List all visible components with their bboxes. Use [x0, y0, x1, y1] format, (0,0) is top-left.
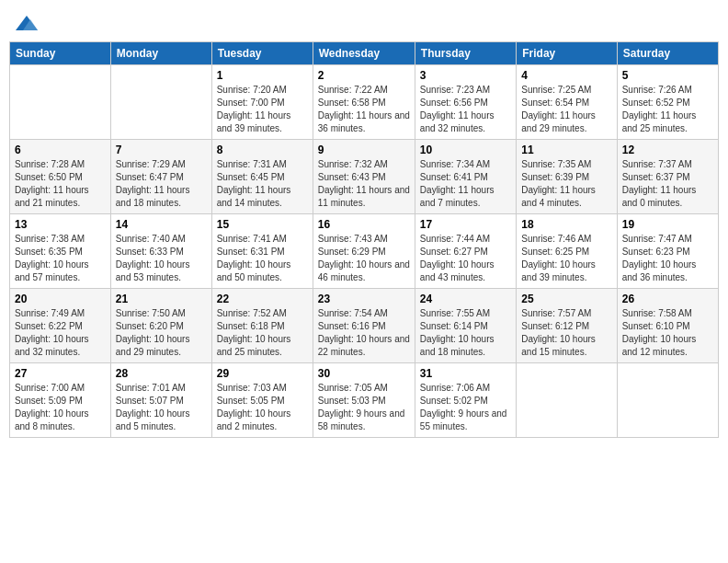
calendar-cell: 25Sunrise: 7:57 AM Sunset: 6:12 PM Dayli…	[517, 289, 617, 363]
weekday-header-tuesday: Tuesday	[211, 42, 313, 65]
day-number: 16	[318, 218, 410, 231]
calendar-cell: 14Sunrise: 7:40 AM Sunset: 6:33 PM Dayli…	[110, 214, 211, 289]
day-info: Sunrise: 7:43 AM Sunset: 6:29 PM Dayligh…	[318, 233, 410, 284]
day-number: 18	[521, 218, 611, 231]
day-number: 28	[116, 367, 207, 380]
calendar-cell: 27Sunrise: 7:00 AM Sunset: 5:09 PM Dayli…	[10, 363, 111, 438]
day-number: 2	[318, 69, 410, 82]
calendar-cell: 13Sunrise: 7:38 AM Sunset: 6:35 PM Dayli…	[10, 214, 111, 289]
day-info: Sunrise: 7:23 AM Sunset: 6:56 PM Dayligh…	[420, 84, 511, 135]
day-info: Sunrise: 7:20 AM Sunset: 7:00 PM Dayligh…	[217, 84, 308, 135]
day-number: 27	[15, 367, 106, 380]
day-number: 29	[217, 367, 308, 380]
weekday-header-wednesday: Wednesday	[313, 42, 415, 65]
calendar-cell: 23Sunrise: 7:54 AM Sunset: 6:16 PM Dayli…	[313, 289, 415, 363]
calendar-cell: 9Sunrise: 7:32 AM Sunset: 6:43 PM Daylig…	[313, 140, 415, 214]
day-number: 8	[217, 144, 308, 156]
calendar-cell: 26Sunrise: 7:58 AM Sunset: 6:10 PM Dayli…	[617, 289, 718, 363]
day-number: 4	[521, 69, 611, 82]
day-info: Sunrise: 7:03 AM Sunset: 5:05 PM Dayligh…	[217, 382, 308, 433]
day-info: Sunrise: 7:44 AM Sunset: 6:27 PM Dayligh…	[420, 233, 511, 284]
day-number: 11	[521, 144, 611, 156]
logo-icon	[14, 14, 40, 34]
day-number: 12	[622, 144, 713, 156]
day-info: Sunrise: 7:46 AM Sunset: 6:25 PM Dayligh…	[521, 233, 611, 284]
day-info: Sunrise: 7:22 AM Sunset: 6:58 PM Dayligh…	[318, 84, 410, 135]
calendar-week-4: 20Sunrise: 7:49 AM Sunset: 6:22 PM Dayli…	[10, 289, 719, 363]
day-info: Sunrise: 7:28 AM Sunset: 6:50 PM Dayligh…	[15, 158, 106, 210]
calendar-table: SundayMondayTuesdayWednesdayThursdayFrid…	[9, 41, 719, 438]
day-info: Sunrise: 7:25 AM Sunset: 6:54 PM Dayligh…	[521, 84, 611, 135]
day-number: 24	[420, 293, 511, 305]
day-info: Sunrise: 7:52 AM Sunset: 6:18 PM Dayligh…	[217, 307, 308, 359]
calendar-cell: 24Sunrise: 7:55 AM Sunset: 6:14 PM Dayli…	[415, 289, 516, 363]
calendar-cell: 18Sunrise: 7:46 AM Sunset: 6:25 PM Dayli…	[517, 214, 617, 289]
calendar-week-1: 1Sunrise: 7:20 AM Sunset: 7:00 PM Daylig…	[10, 65, 719, 140]
day-info: Sunrise: 7:49 AM Sunset: 6:22 PM Dayligh…	[15, 307, 106, 359]
day-number: 15	[217, 218, 308, 231]
calendar-cell: 21Sunrise: 7:50 AM Sunset: 6:20 PM Dayli…	[110, 289, 211, 363]
day-info: Sunrise: 7:06 AM Sunset: 5:02 PM Dayligh…	[420, 382, 511, 433]
day-info: Sunrise: 7:00 AM Sunset: 5:09 PM Dayligh…	[15, 382, 106, 433]
calendar-cell: 16Sunrise: 7:43 AM Sunset: 6:29 PM Dayli…	[313, 214, 415, 289]
calendar-cell	[10, 65, 111, 140]
day-number: 3	[420, 69, 511, 82]
day-info: Sunrise: 7:55 AM Sunset: 6:14 PM Dayligh…	[420, 307, 511, 359]
calendar-cell: 19Sunrise: 7:47 AM Sunset: 6:23 PM Dayli…	[617, 214, 718, 289]
calendar-cell: 30Sunrise: 7:05 AM Sunset: 5:03 PM Dayli…	[313, 363, 415, 438]
day-info: Sunrise: 7:57 AM Sunset: 6:12 PM Dayligh…	[521, 307, 611, 359]
day-number: 20	[15, 293, 106, 305]
calendar-cell: 8Sunrise: 7:31 AM Sunset: 6:45 PM Daylig…	[211, 140, 313, 214]
calendar-week-3: 13Sunrise: 7:38 AM Sunset: 6:35 PM Dayli…	[10, 214, 719, 289]
day-number: 13	[15, 218, 106, 231]
day-number: 6	[15, 144, 106, 156]
day-number: 9	[318, 144, 410, 156]
day-number: 26	[622, 293, 713, 305]
calendar-cell: 5Sunrise: 7:26 AM Sunset: 6:52 PM Daylig…	[617, 65, 718, 140]
calendar-cell: 4Sunrise: 7:25 AM Sunset: 6:54 PM Daylig…	[517, 65, 617, 140]
weekday-header-monday: Monday	[110, 42, 211, 65]
weekday-header-thursday: Thursday	[415, 42, 516, 65]
page-header	[9, 9, 719, 34]
day-number: 22	[217, 293, 308, 305]
day-number: 17	[420, 218, 511, 231]
day-info: Sunrise: 7:40 AM Sunset: 6:33 PM Dayligh…	[116, 233, 207, 284]
day-info: Sunrise: 7:05 AM Sunset: 5:03 PM Dayligh…	[318, 382, 410, 433]
day-info: Sunrise: 7:41 AM Sunset: 6:31 PM Dayligh…	[217, 233, 308, 284]
day-number: 25	[521, 293, 611, 305]
day-number: 14	[116, 218, 207, 231]
calendar-cell: 3Sunrise: 7:23 AM Sunset: 6:56 PM Daylig…	[415, 65, 516, 140]
calendar-cell: 12Sunrise: 7:37 AM Sunset: 6:37 PM Dayli…	[617, 140, 718, 214]
calendar-cell: 28Sunrise: 7:01 AM Sunset: 5:07 PM Dayli…	[110, 363, 211, 438]
day-info: Sunrise: 7:26 AM Sunset: 6:52 PM Dayligh…	[622, 84, 713, 135]
calendar-cell: 2Sunrise: 7:22 AM Sunset: 6:58 PM Daylig…	[313, 65, 415, 140]
day-number: 7	[116, 144, 207, 156]
day-number: 23	[318, 293, 410, 305]
day-info: Sunrise: 7:31 AM Sunset: 6:45 PM Dayligh…	[217, 158, 308, 210]
logo	[14, 14, 43, 34]
calendar-cell: 7Sunrise: 7:29 AM Sunset: 6:47 PM Daylig…	[110, 140, 211, 214]
day-number: 5	[622, 69, 713, 82]
calendar-cell: 29Sunrise: 7:03 AM Sunset: 5:05 PM Dayli…	[211, 363, 313, 438]
day-info: Sunrise: 7:34 AM Sunset: 6:41 PM Dayligh…	[420, 158, 511, 210]
day-info: Sunrise: 7:47 AM Sunset: 6:23 PM Dayligh…	[622, 233, 713, 284]
weekday-header-friday: Friday	[517, 42, 617, 65]
day-number: 21	[116, 293, 207, 305]
weekday-header-saturday: Saturday	[617, 42, 718, 65]
weekday-header-sunday: Sunday	[10, 42, 111, 65]
calendar-cell: 17Sunrise: 7:44 AM Sunset: 6:27 PM Dayli…	[415, 214, 516, 289]
day-info: Sunrise: 7:35 AM Sunset: 6:39 PM Dayligh…	[521, 158, 611, 210]
day-number: 30	[318, 367, 410, 380]
calendar-cell	[617, 363, 718, 438]
calendar-cell: 1Sunrise: 7:20 AM Sunset: 7:00 PM Daylig…	[211, 65, 313, 140]
calendar-cell	[517, 363, 617, 438]
calendar-cell: 10Sunrise: 7:34 AM Sunset: 6:41 PM Dayli…	[415, 140, 516, 214]
calendar-cell: 11Sunrise: 7:35 AM Sunset: 6:39 PM Dayli…	[517, 140, 617, 214]
calendar-cell: 6Sunrise: 7:28 AM Sunset: 6:50 PM Daylig…	[10, 140, 111, 214]
day-number: 1	[217, 69, 308, 82]
day-info: Sunrise: 7:01 AM Sunset: 5:07 PM Dayligh…	[116, 382, 207, 433]
day-number: 31	[420, 367, 511, 380]
day-info: Sunrise: 7:58 AM Sunset: 6:10 PM Dayligh…	[622, 307, 713, 359]
day-number: 10	[420, 144, 511, 156]
calendar-cell	[110, 65, 211, 140]
